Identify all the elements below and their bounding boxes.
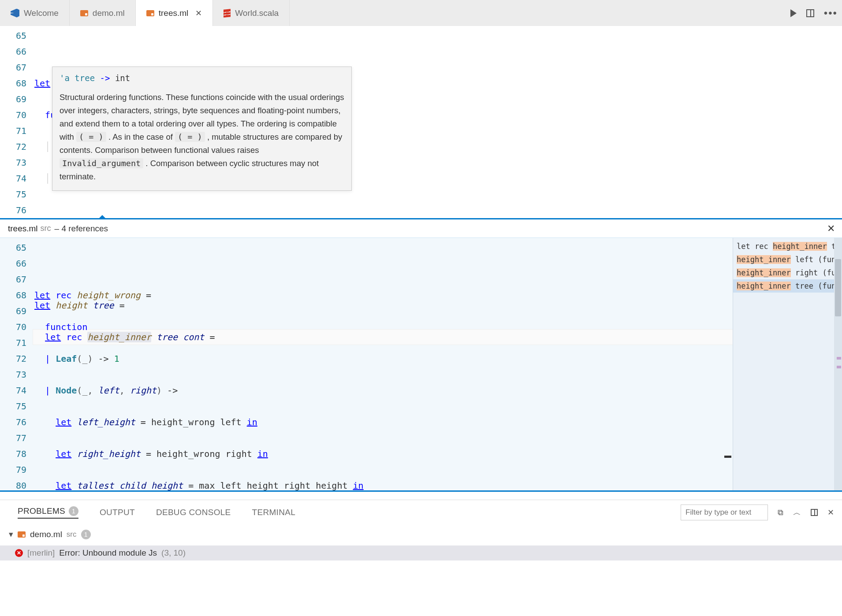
tab-label: World.scala: [235, 8, 279, 18]
peek-ref-count: – 4 references: [55, 224, 108, 234]
reference-item[interactable]: height_inner left (fun left_...: [733, 253, 842, 266]
tab-demo[interactable]: demo.ml: [70, 0, 136, 26]
ocaml-icon: [80, 10, 88, 16]
collapse-all-icon[interactable]: ⧉: [778, 508, 783, 517]
reference-item[interactable]: height_inner right (fun rig...: [733, 266, 842, 279]
bottom-panel: PROBLEMS1 OUTPUT DEBUG CONSOLE TERMINAL …: [0, 500, 842, 560]
tab-problems[interactable]: PROBLEMS1: [18, 506, 78, 519]
peek-filename: trees.ml: [8, 224, 38, 234]
tab-terminal[interactable]: TERMINAL: [252, 508, 295, 517]
problem-item[interactable]: ✕ [merlin] Error: Unbound module Js (3, …: [0, 545, 842, 560]
overview-mark: [724, 456, 731, 458]
peek-editor[interactable]: 65666768697071727374757677787980 let rec…: [0, 238, 733, 490]
problem-path: src: [67, 530, 77, 539]
editor-actions: •••: [790, 0, 838, 26]
reference-item[interactable]: height_inner tree (fun x ->...: [733, 279, 842, 293]
close-icon[interactable]: ✕: [827, 508, 834, 517]
ocaml-icon: [146, 10, 154, 16]
ocaml-icon: [18, 531, 26, 538]
close-icon[interactable]: ✕: [827, 223, 835, 234]
tab-label: Welcome: [24, 8, 59, 18]
chevron-up-icon[interactable]: ︿: [793, 507, 801, 518]
reference-list[interactable]: let rec height_inner tree c... height_in…: [733, 238, 842, 490]
reference-item[interactable]: let rec height_inner tree c...: [733, 240, 842, 253]
vscode-icon: [11, 9, 19, 18]
panel-tabs: PROBLEMS1 OUTPUT DEBUG CONSOLE TERMINAL …: [0, 500, 842, 525]
problem-message: Error: Unbound module Js: [59, 548, 157, 558]
overview-mark: [837, 366, 841, 368]
scrollbar[interactable]: [834, 238, 842, 490]
peek-header: trees.ml src – 4 references ✕: [0, 219, 842, 238]
tab-trees[interactable]: trees.ml✕: [136, 0, 213, 26]
peek-view: 65666768697071727374757677787980 let rec…: [0, 238, 842, 492]
problems-list: ▾ demo.ml src 1: [0, 525, 842, 545]
file-problem-count: 1: [81, 530, 91, 539]
tab-debug-console[interactable]: DEBUG CONSOLE: [156, 508, 231, 517]
more-icon[interactable]: •••: [824, 7, 838, 19]
run-icon[interactable]: [790, 9, 797, 17]
problem-location: (3, 10): [161, 548, 186, 558]
split-editor-icon[interactable]: [806, 9, 814, 17]
hover-tooltip: 'a tree -> int Structural ordering funct…: [52, 67, 352, 191]
problem-file-row[interactable]: ▾ demo.ml src 1: [9, 527, 833, 541]
tab-label: demo.ml: [93, 8, 125, 18]
hover-doc: Structural ordering functions. These fun…: [52, 88, 351, 190]
overview-mark: [837, 357, 841, 360]
close-icon[interactable]: ✕: [195, 8, 202, 18]
scrollbar-thumb[interactable]: [835, 259, 841, 316]
problems-badge: 1: [69, 506, 78, 516]
tab-label: trees.ml: [159, 8, 189, 18]
tab-welcome[interactable]: Welcome: [0, 0, 70, 26]
tab-output[interactable]: OUTPUT: [100, 508, 135, 517]
gutter: 656667686970717273747576: [0, 26, 34, 218]
chevron-down-icon[interactable]: ▾: [9, 529, 13, 539]
hover-signature: 'a tree -> int: [52, 67, 351, 88]
tab-bar: Welcome demo.ml trees.ml✕ World.scala ••…: [0, 0, 842, 26]
gutter: 65666768697071727374757677787980: [0, 238, 34, 490]
toggle-layout-icon[interactable]: [811, 509, 818, 516]
peek-code[interactable]: let rec height_wrong = function | Leaf(_…: [34, 238, 733, 490]
tab-world[interactable]: World.scala: [213, 0, 290, 26]
editor-top[interactable]: 656667686970717273747576 let rec height_…: [0, 26, 842, 218]
error-icon: ✕: [15, 549, 23, 557]
problem-file: demo.ml: [30, 530, 62, 539]
scala-icon: [224, 9, 231, 18]
filter-input[interactable]: [681, 505, 768, 520]
problem-source: [merlin]: [27, 548, 55, 558]
peek-path: src: [41, 224, 51, 233]
